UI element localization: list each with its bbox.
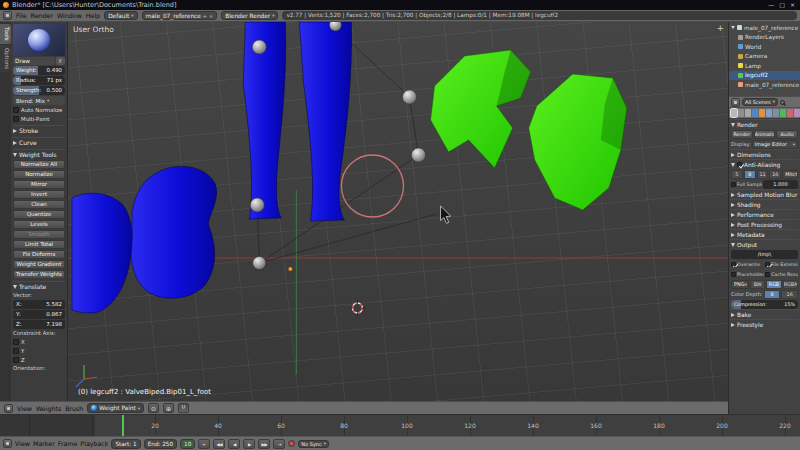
bone-joint-sphere[interactable] (412, 148, 426, 162)
auto-keyframe-record-button[interactable] (288, 440, 295, 447)
panel-performance[interactable]: Performance (730, 209, 799, 219)
outliner-editor-type-icon[interactable] (731, 98, 740, 107)
render-engine-dropdown[interactable]: Blender Render ▾ (221, 11, 278, 20)
close-button[interactable]: × (790, 1, 795, 9)
outliner-item-scene[interactable]: male_07_reference (729, 23, 800, 33)
outliner-item-renderlayers[interactable]: RenderLayers (729, 33, 800, 43)
smooth-button[interactable]: Smooth (13, 230, 65, 239)
compression-slider[interactable]: Compression:15% (731, 300, 798, 309)
menu-weights[interactable]: Weights (36, 405, 61, 412)
next-keyframe-button[interactable]: ▶▶ (258, 439, 270, 449)
tab-world[interactable] (752, 109, 758, 117)
placeholders-checkbox[interactable]: Placeholders (731, 272, 764, 277)
panel-output[interactable]: Output (730, 239, 799, 249)
full-sample-checkbox[interactable]: Full Sample (731, 182, 762, 187)
panel-translate-operator[interactable]: Translate (13, 281, 65, 291)
snap-toggle[interactable]: ∩ (178, 403, 189, 413)
tab-object[interactable] (759, 109, 765, 117)
aa-samples-11-button[interactable]: 11 (757, 170, 769, 179)
play-reverse-button[interactable]: ◀ (228, 439, 240, 449)
filter-size-field[interactable]: 1.000 (763, 180, 798, 189)
current-frame-field[interactable]: 10 (180, 439, 195, 449)
bone-joint-sphere[interactable] (252, 40, 266, 54)
properties-region-toggle[interactable]: + (716, 23, 724, 33)
strength-slider[interactable]: Strength:0.500 (13, 86, 65, 95)
mesh-cuff-left[interactable] (72, 193, 132, 313)
add-scene-icon[interactable]: + (203, 12, 207, 20)
translate-y-field[interactable]: Y:0.867 (13, 310, 65, 319)
start-frame-field[interactable]: Start: 1 (111, 439, 140, 449)
color-mode-rgb-button[interactable]: RGB (766, 280, 781, 289)
mode-dropdown[interactable]: Weight Paint ▾ (87, 403, 144, 413)
menu-playback[interactable]: Playback (80, 440, 108, 447)
minimize-button[interactable]: — (768, 1, 774, 9)
scene-selector[interactable]: male_07_reference + × (142, 11, 218, 20)
bone-joint-sphere[interactable] (250, 198, 264, 212)
translate-x-field[interactable]: X:5.582 (13, 300, 65, 309)
animation-button[interactable]: Animation (754, 130, 776, 139)
search-icon[interactable] (780, 100, 785, 105)
weight-gradient-button[interactable]: Weight Gradient (13, 260, 65, 269)
tab-modifiers[interactable] (773, 109, 779, 117)
levels-button[interactable]: Levels (13, 220, 65, 229)
anti-aliasing-checkbox[interactable] (737, 162, 742, 167)
sync-dropdown[interactable]: No Sync ▾ (298, 440, 329, 448)
auto-normalize-checkbox[interactable]: Auto Normalize (13, 106, 65, 114)
invert-button[interactable]: Invert (13, 190, 65, 199)
aa-samples-5-button[interactable]: 5 (731, 170, 743, 179)
menu-view[interactable]: View (17, 405, 32, 412)
panel-stroke[interactable]: Stroke (13, 125, 65, 135)
outliner-item-camera[interactable]: Camera (729, 52, 800, 62)
menu-brush[interactable]: Brush (65, 405, 83, 412)
fix-deforms-button[interactable]: Fix Deforms (13, 250, 65, 259)
prev-keyframe-button[interactable]: ◀◀ (213, 439, 225, 449)
aa-samples-16-button[interactable]: 16 (769, 170, 781, 179)
panel-weight-tools[interactable]: Weight Tools (13, 149, 65, 159)
normalize-all-button[interactable]: Normalize All (13, 160, 65, 169)
bone-joint-sphere[interactable] (403, 90, 417, 104)
constraint-y-checkbox[interactable]: Y (13, 347, 65, 355)
timeline-ruler[interactable]: 20 40 60 80 100 120 140 160 180 200 220 (0, 414, 800, 436)
jump-to-end-button[interactable]: ⇥ (273, 439, 285, 449)
manipulator-toggle[interactable]: ⊕ (163, 403, 174, 413)
file-extensions-checkbox[interactable]: File Extensions (765, 262, 798, 267)
tab-render-layers[interactable] (738, 109, 744, 117)
file-format-dropdown[interactable]: PNG▾ (731, 280, 749, 289)
view3d-editor-type-icon[interactable] (4, 404, 13, 413)
tab-scene[interactable] (745, 109, 751, 117)
outliner-item-legcuff2[interactable]: legcuff2 (729, 71, 800, 81)
tab-texture[interactable] (794, 109, 800, 117)
menu-view[interactable]: View (15, 440, 30, 447)
cursor-3d[interactable] (349, 300, 365, 316)
end-frame-field[interactable]: End: 250 (144, 439, 177, 449)
info-editor-type-icon[interactable] (3, 11, 12, 20)
screen-layout-dropdown[interactable]: Default ▾ (104, 11, 137, 20)
outliner-item-world[interactable]: World (729, 42, 800, 52)
delete-scene-icon[interactable]: × (209, 12, 213, 20)
color-mode-rgba-button[interactable]: RGBA (783, 280, 798, 289)
menu-file[interactable]: File (16, 12, 27, 19)
panel-freestyle[interactable]: Freestyle (730, 319, 799, 329)
menu-frame[interactable]: Frame (58, 440, 78, 447)
current-frame-indicator[interactable] (122, 415, 124, 436)
panel-sampled-motion-blur[interactable]: Sampled Motion Blur (730, 189, 799, 199)
outliner-item-armature[interactable]: male_07_reference (729, 80, 800, 90)
jump-to-start-button[interactable]: ⇤ (198, 439, 210, 449)
radius-slider[interactable]: Radius:71 px (13, 76, 65, 85)
overwrite-checkbox[interactable]: Overwrite (731, 262, 764, 267)
bone-joint-sphere[interactable] (253, 257, 266, 270)
brush-preview[interactable] (13, 24, 65, 56)
play-button[interactable]: ▶ (243, 439, 255, 449)
color-mode-bw-button[interactable]: BW (750, 280, 765, 289)
menu-window[interactable]: Window (57, 12, 82, 19)
constraint-x-checkbox[interactable]: X (13, 338, 65, 346)
mirror-button[interactable]: Mirror (13, 180, 65, 189)
mesh-leg-right[interactable] (299, 22, 351, 221)
color-depth-16-button[interactable]: 16 (781, 290, 798, 299)
transfer-weights-button[interactable]: Transfer Weights (13, 270, 65, 279)
aa-filter-dropdown[interactable]: Mitchell▾ (782, 170, 798, 179)
panel-bake[interactable]: Bake (730, 309, 799, 319)
outliner-item-lamp[interactable]: Lamp (729, 61, 800, 71)
menu-render[interactable]: Render (31, 12, 53, 19)
panel-dimensions[interactable]: Dimensions (730, 149, 799, 159)
